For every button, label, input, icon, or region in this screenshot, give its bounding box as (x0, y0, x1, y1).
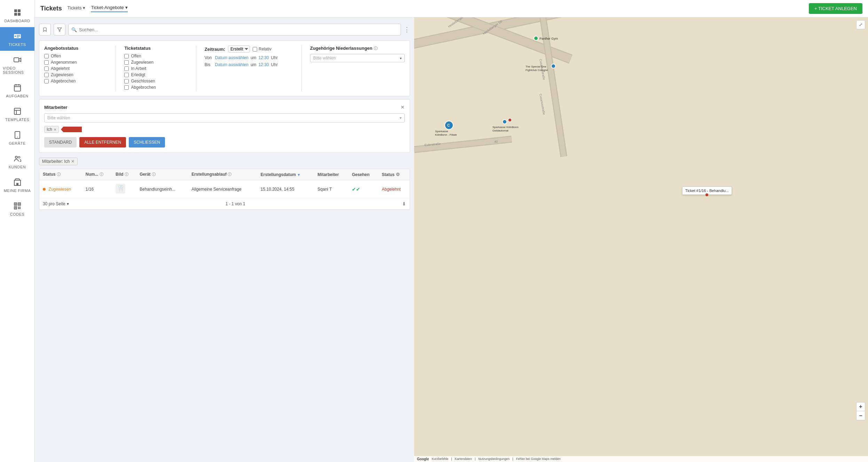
arrow-hint (61, 126, 82, 133)
status-info-icon[interactable]: ⓘ (57, 172, 61, 176)
checkbox-abgelehnt-1-input[interactable] (44, 66, 49, 71)
zoom-out-button[interactable]: − (856, 411, 865, 420)
checkbox-in-arbeit-input[interactable] (124, 66, 129, 71)
checkbox-offen-1-input[interactable] (44, 54, 49, 58)
checkbox-offen-2[interactable]: Offen (124, 54, 187, 58)
alle-entfernen-button[interactable]: ALLE ENTFERNEN (79, 137, 126, 148)
search-input[interactable] (79, 27, 398, 32)
checkbox-erledigt-input[interactable] (124, 73, 129, 77)
th-num: Num... ⓘ (82, 169, 112, 180)
num-info-icon[interactable]: ⓘ (100, 172, 103, 176)
um-label-von: um (251, 55, 257, 60)
table-header-row: Status ⓘ Num... ⓘ Bild ⓘ (39, 169, 410, 180)
status-dot-orange (43, 188, 46, 191)
svg-rect-30 (18, 207, 19, 208)
main-content: Tickets Tickets ▾ Ticket-Angebote ▾ + TI… (35, 0, 868, 462)
new-ticket-button[interactable]: + TICKET ANLEGEN (809, 3, 862, 14)
checkbox-abgebrochen-2[interactable]: Abgebrochen (124, 85, 187, 90)
header: Tickets Tickets ▾ Ticket-Angebote ▾ + TI… (35, 0, 868, 17)
filter-tag-remove-button[interactable]: ✕ (71, 159, 74, 164)
checkbox-offen-2-input[interactable] (124, 54, 129, 58)
nav-ticket-angebote[interactable]: Ticket-Angebote ▾ (91, 5, 127, 12)
map-kurzbefehle[interactable]: Kurzbefehle (432, 457, 448, 461)
search-bar: 🔍 (68, 24, 401, 35)
download-icon[interactable]: ⬇ (402, 201, 406, 207)
checkbox-abgebrochen-1[interactable]: Abgebrochen (44, 79, 107, 83)
sidebar-item-templates[interactable]: TEMPLATES (0, 102, 34, 126)
checkbox-abgebrochen-2-input[interactable] (124, 85, 129, 90)
svg-rect-0 (14, 9, 17, 12)
datum-bis-link[interactable]: Datum auswählen (215, 62, 248, 67)
zeitraum-header: Zeitraum: Erstellt Relativ (205, 46, 293, 53)
mitarbeiter-close-button[interactable]: ✕ (401, 104, 405, 110)
datum-von-link[interactable]: Datum auswählen (215, 55, 248, 60)
td-erstellungsdatum: 15.10.2024, 14:55 (257, 180, 314, 198)
nav-tickets[interactable]: Tickets ▾ (68, 5, 86, 12)
bookmark-button[interactable] (39, 24, 51, 35)
checkbox-zugewiesen-1[interactable]: Zugewiesen (44, 72, 107, 77)
grid-icon (13, 8, 22, 17)
time-von[interactable]: 12:30 (259, 55, 269, 60)
svg-rect-27 (19, 204, 20, 205)
chevron-down-icon: ▾ (67, 201, 69, 206)
tag-remove-button[interactable]: ✕ (54, 128, 56, 132)
niederlassungen-info-icon[interactable]: ⓘ (374, 46, 378, 50)
checkbox-abgelehnt-1[interactable]: Abgelehnt (44, 66, 107, 71)
zeitraum-select[interactable]: Erstellt (228, 46, 250, 53)
sidebar-item-kunden[interactable]: KUNDEN (0, 150, 34, 173)
standard-button[interactable]: STANDARD (44, 137, 77, 148)
map-nutzungsbedingungen[interactable]: Nutzungsbedingungen (478, 457, 510, 461)
per-page-select[interactable]: 30 pro Seite ▾ (43, 201, 69, 206)
sidebar-item-meine-firma[interactable]: MEINE FIRMA (0, 173, 34, 197)
um-label-bis: um (251, 62, 257, 67)
checkbox-abgebrochen-1-input[interactable] (44, 79, 49, 83)
gear-icon[interactable]: ⚙ (396, 172, 400, 177)
checkbox-zugewiesen-2[interactable]: Zugewiesen (124, 60, 187, 65)
erstellungsablauf-info-icon[interactable]: ⓘ (228, 172, 231, 176)
svg-rect-9 (14, 58, 19, 62)
active-filter-tags: Mitarbeiter: Ich ✕ (39, 156, 410, 166)
geraet-info-icon[interactable]: ⓘ (152, 172, 156, 176)
checkbox-offen-1[interactable]: Offen (44, 54, 107, 58)
svg-text:40: 40 (494, 140, 498, 143)
checkbox-geschlossen[interactable]: Geschlossen (124, 79, 187, 83)
mitarbeiter-select[interactable]: Bitte wählen ▾ (44, 113, 405, 122)
th-erstellungsdatum[interactable]: Erstellungsdatum ▼ (257, 169, 314, 180)
map-kartendaten[interactable]: Kartendaten (455, 457, 472, 461)
niederlassungen-select[interactable]: Bitte wählen ▾ (310, 54, 405, 62)
sidebar-item-dashboard[interactable]: DASHBOARD (0, 3, 34, 27)
bild-info-icon[interactable]: ⓘ (125, 172, 128, 176)
table-row[interactable]: Zugewiesen 1/16 🦷 Behandlungseinh... All… (39, 180, 410, 198)
filter-button[interactable] (54, 24, 65, 35)
more-options-button[interactable]: ⋮ (404, 26, 410, 33)
checkbox-angenommen[interactable]: Angenommen (44, 60, 107, 65)
toolbar: 🔍 ⋮ (39, 22, 410, 38)
checkbox-zugewiesen-2-input[interactable] (124, 60, 129, 65)
sidebar-item-geraete[interactable]: GERÄTE (0, 126, 34, 150)
time-bis[interactable]: 12:30 (259, 62, 269, 67)
svg-rect-33 (19, 208, 21, 209)
map-fehler[interactable]: Fehler bei Google Maps melden (516, 457, 561, 461)
relativ-checkbox[interactable] (253, 47, 257, 51)
schliessen-button[interactable]: SCHLIESSEN (129, 137, 165, 148)
sidebar-item-aufgaben[interactable]: AUFGABEN (0, 79, 34, 102)
checkbox-in-arbeit[interactable]: In Arbeit (124, 66, 187, 71)
sidebar-item-codes[interactable]: CODES (0, 197, 34, 221)
sidebar-item-label: DASHBOARD (4, 19, 30, 23)
checkbox-geschlossen-input[interactable] (124, 79, 129, 83)
th-status2: Status ⚙ (378, 169, 410, 180)
svg-point-44 (534, 36, 538, 40)
svg-point-46 (551, 64, 555, 68)
zoom-in-button[interactable]: + (856, 402, 865, 411)
sidebar-item-video-sessions[interactable]: VIDEO SESSIONS (0, 51, 34, 79)
relativ-check[interactable]: Relativ (253, 47, 271, 51)
checkbox-erledigt[interactable]: Erledigt (124, 72, 187, 77)
checkbox-zugewiesen-1-input[interactable] (44, 73, 49, 77)
map-expand-button[interactable]: ⤢ (856, 20, 865, 29)
td-status: Zugewiesen (39, 180, 82, 198)
mitarbeiter-title: Mitarbeiter (44, 105, 67, 110)
sort-icon: ▼ (297, 173, 301, 177)
sidebar-item-tickets[interactable]: TICKETS (0, 27, 34, 51)
checkbox-angenommen-input[interactable] (44, 60, 49, 65)
content-area: 🔍 ⋮ Angebotsstatus Offen (35, 17, 868, 462)
